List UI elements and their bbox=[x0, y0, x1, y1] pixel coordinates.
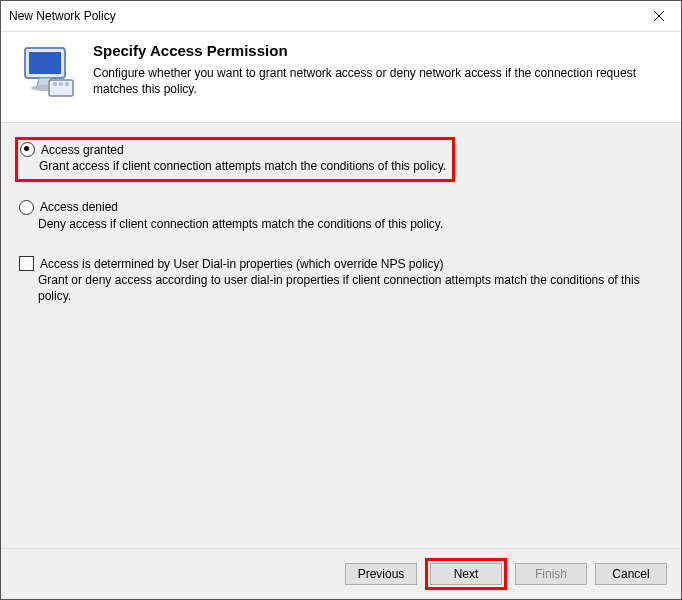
svg-rect-3 bbox=[29, 52, 61, 74]
close-button[interactable] bbox=[636, 1, 681, 31]
finish-button: Finish bbox=[515, 563, 587, 585]
svg-point-8 bbox=[53, 82, 57, 86]
radio-access-granted[interactable] bbox=[20, 142, 35, 157]
option-access-denied[interactable]: Access denied Deny access if client conn… bbox=[15, 196, 667, 239]
titlebar: New Network Policy bbox=[1, 1, 681, 32]
desc-dialin: Grant or deny access according to user d… bbox=[38, 273, 663, 304]
close-icon bbox=[654, 11, 664, 21]
option-dialin[interactable]: Access is determined by User Dial-in pro… bbox=[15, 252, 667, 310]
page-description: Configure whether you want to grant netw… bbox=[93, 65, 669, 97]
desc-access-granted: Grant access if client connection attemp… bbox=[39, 159, 446, 175]
footer: Previous Next Finish Cancel bbox=[1, 548, 681, 599]
previous-button[interactable]: Previous bbox=[345, 563, 417, 585]
option-access-granted[interactable]: Access granted Grant access if client co… bbox=[15, 137, 455, 182]
label-access-granted: Access granted bbox=[41, 143, 124, 157]
header: Specify Access Permission Configure whet… bbox=[1, 32, 681, 123]
next-button-highlight: Next bbox=[425, 558, 507, 590]
label-dialin: Access is determined by User Dial-in pro… bbox=[40, 257, 443, 271]
radio-access-denied[interactable] bbox=[19, 200, 34, 215]
window-title: New Network Policy bbox=[9, 9, 116, 23]
header-text: Specify Access Permission Configure whet… bbox=[93, 42, 669, 104]
cancel-button[interactable]: Cancel bbox=[595, 563, 667, 585]
dialog-window: New Network Policy Specify Access Permis… bbox=[0, 0, 682, 600]
body: Access granted Grant access if client co… bbox=[1, 123, 681, 548]
next-button[interactable]: Next bbox=[430, 563, 502, 585]
label-access-denied: Access denied bbox=[40, 200, 118, 214]
header-monitor-icon bbox=[19, 44, 79, 104]
svg-point-6 bbox=[59, 82, 63, 86]
desc-access-denied: Deny access if client connection attempt… bbox=[38, 217, 663, 233]
page-heading: Specify Access Permission bbox=[93, 42, 669, 59]
svg-point-7 bbox=[65, 82, 69, 86]
checkbox-dialin[interactable] bbox=[19, 256, 34, 271]
